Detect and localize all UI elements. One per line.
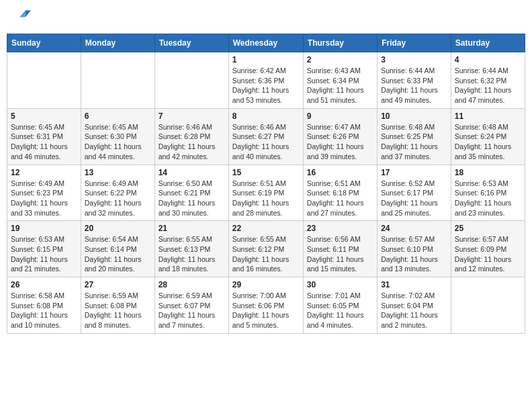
calendar-cell: 16Sunrise: 6:51 AM Sunset: 6:18 PM Dayli…	[303, 165, 377, 221]
day-number: 18	[455, 168, 521, 177]
day-info: Sunrise: 6:42 AM Sunset: 6:36 PM Dayligh…	[232, 66, 300, 105]
day-info: Sunrise: 6:43 AM Sunset: 6:34 PM Dayligh…	[307, 66, 373, 105]
day-number: 3	[381, 55, 447, 64]
day-info: Sunrise: 7:02 AM Sunset: 6:04 PM Dayligh…	[381, 291, 447, 330]
day-info: Sunrise: 6:49 AM Sunset: 6:23 PM Dayligh…	[11, 179, 77, 218]
day-info: Sunrise: 6:46 AM Sunset: 6:27 PM Dayligh…	[232, 122, 300, 162]
calendar-cell: 17Sunrise: 6:52 AM Sunset: 6:17 PM Dayli…	[378, 165, 451, 221]
calendar-body: 1Sunrise: 6:42 AM Sunset: 6:36 PM Daylig…	[7, 52, 525, 334]
calendar-cell: 14Sunrise: 6:50 AM Sunset: 6:21 PM Dayli…	[154, 165, 228, 221]
calendar-cell: 29Sunrise: 7:00 AM Sunset: 6:06 PM Dayli…	[228, 277, 303, 334]
day-number: 15	[232, 168, 300, 177]
day-number: 14	[159, 168, 225, 177]
day-info: Sunrise: 6:44 AM Sunset: 6:32 PM Dayligh…	[455, 66, 521, 105]
day-number: 5	[11, 111, 77, 121]
weekday-header-wednesday: Wednesday	[228, 34, 303, 52]
calendar-cell: 23Sunrise: 6:56 AM Sunset: 6:11 PM Dayli…	[303, 221, 377, 277]
day-number: 13	[85, 168, 151, 177]
weekday-header-thursday: Thursday	[303, 34, 377, 52]
logo-icon	[12, 7, 31, 26]
day-info: Sunrise: 7:00 AM Sunset: 6:06 PM Dayligh…	[232, 291, 300, 330]
day-number: 29	[232, 280, 300, 289]
calendar-cell: 5Sunrise: 6:45 AM Sunset: 6:31 PM Daylig…	[7, 108, 81, 165]
day-info: Sunrise: 6:59 AM Sunset: 6:08 PM Dayligh…	[85, 291, 151, 330]
day-number: 23	[307, 224, 373, 233]
day-number: 24	[381, 224, 447, 233]
calendar-cell: 22Sunrise: 6:55 AM Sunset: 6:12 PM Dayli…	[228, 221, 303, 277]
day-info: Sunrise: 6:48 AM Sunset: 6:24 PM Dayligh…	[455, 122, 521, 162]
day-info: Sunrise: 6:57 AM Sunset: 6:10 PM Dayligh…	[381, 234, 447, 274]
calendar-cell: 30Sunrise: 7:01 AM Sunset: 6:05 PM Dayli…	[303, 277, 377, 334]
day-number: 26	[11, 280, 77, 289]
day-number: 8	[232, 111, 300, 121]
day-info: Sunrise: 6:54 AM Sunset: 6:14 PM Dayligh…	[85, 234, 151, 274]
day-number: 22	[232, 224, 300, 233]
calendar-cell: 25Sunrise: 6:57 AM Sunset: 6:09 PM Dayli…	[451, 221, 525, 277]
day-number: 17	[381, 168, 447, 177]
calendar-week-4: 19Sunrise: 6:53 AM Sunset: 6:15 PM Dayli…	[7, 221, 525, 277]
calendar-cell: 27Sunrise: 6:59 AM Sunset: 6:08 PM Dayli…	[81, 277, 154, 334]
calendar-cell: 2Sunrise: 6:43 AM Sunset: 6:34 PM Daylig…	[303, 52, 377, 109]
day-info: Sunrise: 6:51 AM Sunset: 6:19 PM Dayligh…	[232, 179, 300, 218]
calendar-cell: 24Sunrise: 6:57 AM Sunset: 6:10 PM Dayli…	[378, 221, 451, 277]
weekday-header-monday: Monday	[81, 34, 154, 52]
calendar-cell: 7Sunrise: 6:46 AM Sunset: 6:28 PM Daylig…	[154, 108, 228, 165]
calendar-table: SundayMondayTuesdayWednesdayThursdayFrid…	[7, 34, 525, 334]
day-info: Sunrise: 6:47 AM Sunset: 6:26 PM Dayligh…	[307, 122, 373, 162]
day-number: 25	[455, 224, 521, 233]
day-number: 4	[455, 55, 521, 64]
day-number: 16	[307, 168, 373, 177]
calendar-cell: 18Sunrise: 6:53 AM Sunset: 6:16 PM Dayli…	[451, 165, 525, 221]
calendar-cell	[154, 52, 228, 109]
day-number: 20	[85, 224, 151, 233]
page-header	[7, 7, 525, 28]
day-info: Sunrise: 6:49 AM Sunset: 6:22 PM Dayligh…	[85, 179, 151, 218]
day-info: Sunrise: 6:56 AM Sunset: 6:11 PM Dayligh…	[307, 234, 373, 274]
day-number: 6	[85, 111, 151, 121]
day-number: 31	[381, 280, 447, 289]
day-info: Sunrise: 6:45 AM Sunset: 6:30 PM Dayligh…	[85, 122, 151, 162]
day-info: Sunrise: 6:44 AM Sunset: 6:33 PM Dayligh…	[381, 66, 447, 105]
calendar-cell	[451, 277, 525, 334]
day-info: Sunrise: 6:53 AM Sunset: 6:16 PM Dayligh…	[455, 179, 521, 218]
calendar-cell: 9Sunrise: 6:47 AM Sunset: 6:26 PM Daylig…	[303, 108, 377, 165]
calendar-cell: 8Sunrise: 6:46 AM Sunset: 6:27 PM Daylig…	[228, 108, 303, 165]
day-info: Sunrise: 7:01 AM Sunset: 6:05 PM Dayligh…	[307, 291, 373, 330]
calendar-cell: 12Sunrise: 6:49 AM Sunset: 6:23 PM Dayli…	[7, 165, 81, 221]
calendar-week-5: 26Sunrise: 6:58 AM Sunset: 6:08 PM Dayli…	[7, 277, 525, 334]
day-info: Sunrise: 6:59 AM Sunset: 6:07 PM Dayligh…	[159, 291, 225, 330]
day-info: Sunrise: 6:48 AM Sunset: 6:25 PM Dayligh…	[381, 122, 447, 162]
day-info: Sunrise: 6:52 AM Sunset: 6:17 PM Dayligh…	[381, 179, 447, 218]
day-number: 9	[307, 111, 373, 121]
day-number: 30	[307, 280, 373, 289]
calendar-cell: 26Sunrise: 6:58 AM Sunset: 6:08 PM Dayli…	[7, 277, 81, 334]
day-number: 19	[11, 224, 77, 233]
day-number: 28	[159, 280, 225, 289]
day-number: 2	[307, 55, 373, 64]
calendar-cell: 15Sunrise: 6:51 AM Sunset: 6:19 PM Dayli…	[228, 165, 303, 221]
day-info: Sunrise: 6:58 AM Sunset: 6:08 PM Dayligh…	[11, 291, 77, 330]
calendar-cell: 21Sunrise: 6:55 AM Sunset: 6:13 PM Dayli…	[154, 221, 228, 277]
calendar-cell: 19Sunrise: 6:53 AM Sunset: 6:15 PM Dayli…	[7, 221, 81, 277]
day-info: Sunrise: 6:50 AM Sunset: 6:21 PM Dayligh…	[159, 179, 225, 218]
calendar-cell: 28Sunrise: 6:59 AM Sunset: 6:07 PM Dayli…	[154, 277, 228, 334]
day-info: Sunrise: 6:55 AM Sunset: 6:12 PM Dayligh…	[232, 234, 300, 274]
day-info: Sunrise: 6:46 AM Sunset: 6:28 PM Dayligh…	[159, 122, 225, 162]
calendar-week-3: 12Sunrise: 6:49 AM Sunset: 6:23 PM Dayli…	[7, 165, 525, 221]
svg-marker-1	[19, 11, 25, 17]
weekday-header-tuesday: Tuesday	[154, 34, 228, 52]
day-number: 12	[11, 168, 77, 177]
calendar-cell	[81, 52, 154, 109]
day-number: 21	[159, 224, 225, 233]
calendar-week-1: 1Sunrise: 6:42 AM Sunset: 6:36 PM Daylig…	[7, 52, 525, 109]
calendar-week-2: 5Sunrise: 6:45 AM Sunset: 6:31 PM Daylig…	[7, 108, 525, 165]
weekday-header-friday: Friday	[378, 34, 451, 52]
day-info: Sunrise: 6:57 AM Sunset: 6:09 PM Dayligh…	[455, 234, 521, 274]
calendar-cell: 4Sunrise: 6:44 AM Sunset: 6:32 PM Daylig…	[451, 52, 525, 109]
calendar-cell: 31Sunrise: 7:02 AM Sunset: 6:04 PM Dayli…	[378, 277, 451, 334]
day-info: Sunrise: 6:55 AM Sunset: 6:13 PM Dayligh…	[159, 234, 225, 274]
weekday-header-row: SundayMondayTuesdayWednesdayThursdayFrid…	[7, 34, 525, 52]
calendar-cell: 1Sunrise: 6:42 AM Sunset: 6:36 PM Daylig…	[228, 52, 303, 109]
svg-marker-0	[26, 11, 31, 17]
day-info: Sunrise: 6:53 AM Sunset: 6:15 PM Dayligh…	[11, 234, 77, 274]
